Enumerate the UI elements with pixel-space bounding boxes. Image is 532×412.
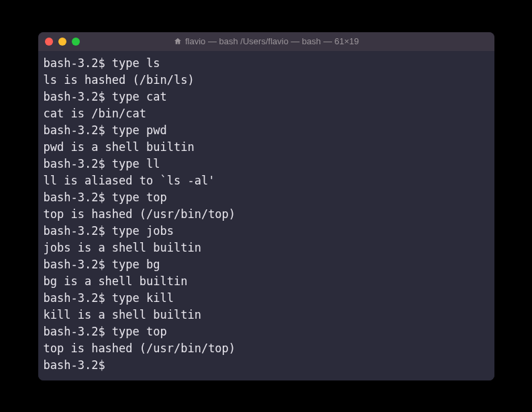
terminal-output-line: jobs is a shell builtin — [44, 240, 489, 256]
terminal-output-line: ll is aliased to `ls -al' — [44, 172, 489, 189]
window-title-text: flavio — bash /Users/flavio — bash — 61×… — [185, 36, 359, 46]
close-icon[interactable] — [45, 38, 53, 46]
traffic-lights — [45, 38, 80, 46]
terminal-command-line: bash-3.2$ type ll — [44, 156, 489, 172]
terminal-command-line: bash-3.2$ type bg — [44, 256, 489, 273]
titlebar[interactable]: flavio — bash /Users/flavio — bash — 61×… — [38, 32, 494, 51]
terminal-body[interactable]: bash-3.2$ type lsls is hashed (/bin/ls)b… — [38, 51, 494, 380]
terminal-command-line: bash-3.2$ type kill — [44, 290, 489, 307]
window-title: flavio — bash /Users/flavio — bash — 61×… — [173, 36, 359, 46]
terminal-command-line: bash-3.2$ type jobs — [44, 223, 489, 240]
terminal-output-line: bg is a shell builtin — [44, 273, 489, 290]
terminal-command-line: bash-3.2$ type pwd — [44, 122, 489, 139]
terminal-output-line: pwd is a shell builtin — [44, 139, 489, 156]
terminal-command-line: bash-3.2$ type top — [44, 323, 489, 340]
terminal-command-line: bash-3.2$ type ls — [44, 55, 489, 72]
home-icon — [173, 37, 182, 46]
terminal-output-line: top is hashed (/usr/bin/top) — [44, 340, 489, 357]
terminal-command-line: bash-3.2$ type top — [44, 189, 489, 206]
minimize-icon[interactable] — [58, 38, 66, 46]
terminal-window: flavio — bash /Users/flavio — bash — 61×… — [38, 32, 494, 380]
terminal-command-line: bash-3.2$ — [44, 357, 489, 374]
terminal-output-line: kill is a shell builtin — [44, 307, 489, 323]
terminal-output-line: ls is hashed (/bin/ls) — [44, 72, 489, 89]
terminal-output-line: top is hashed (/usr/bin/top) — [44, 206, 489, 223]
terminal-command-line: bash-3.2$ type cat — [44, 89, 489, 105]
terminal-output-line: cat is /bin/cat — [44, 105, 489, 122]
maximize-icon[interactable] — [72, 38, 80, 46]
